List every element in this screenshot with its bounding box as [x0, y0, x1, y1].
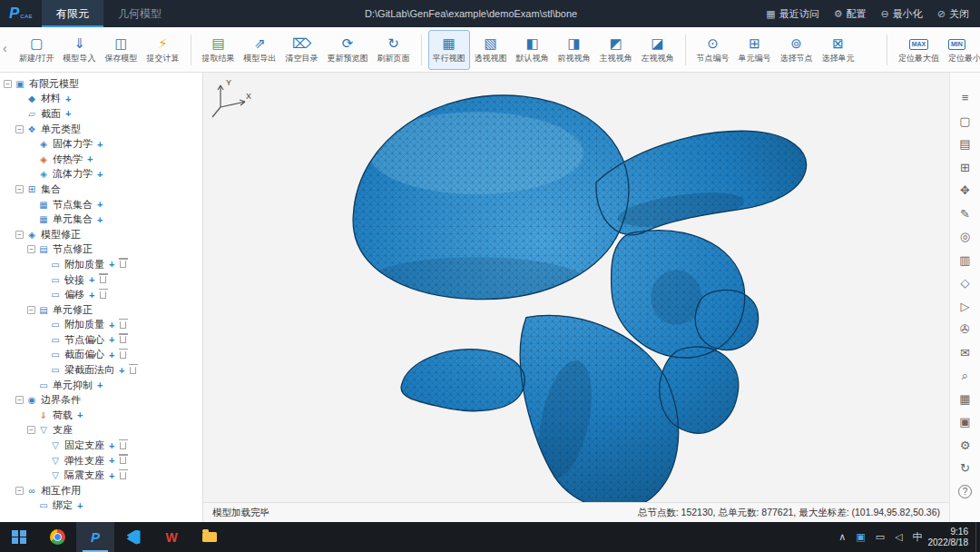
expander-icon[interactable]: − — [15, 396, 24, 404]
tree-node[interactable]: ▽固定支座+ — [0, 438, 202, 453]
tree-node[interactable]: ▭偏移+ — [0, 287, 202, 302]
expander-icon[interactable]: − — [27, 306, 35, 314]
tree-node[interactable]: ▭截面偏心+ — [0, 348, 202, 363]
tree-node[interactable]: ▦单元集合+ — [0, 212, 202, 227]
tree-node[interactable]: ▦节点集合+ — [0, 197, 202, 212]
tree-node[interactable]: ▱截面+ — [0, 106, 202, 122]
viewport[interactable]: Y X — [203, 73, 949, 502]
tree-node[interactable]: ◈传热学+ — [0, 152, 202, 167]
tree-node[interactable]: ▭绑定+ — [0, 498, 202, 514]
tree-node[interactable]: −❖单元类型 — [0, 122, 202, 137]
mail-icon[interactable]: ✉ — [956, 346, 975, 360]
tree-node[interactable]: −⊞集合 — [0, 182, 202, 197]
tree-node[interactable]: ⇓荷载+ — [0, 408, 202, 423]
add-icon[interactable]: + — [119, 365, 124, 376]
run-icon[interactable]: ▷ — [956, 300, 975, 314]
toolbar-button[interactable]: ⚡提交计算 — [142, 30, 184, 70]
explorer-icon[interactable] — [191, 522, 229, 552]
tree-node[interactable]: ▭节点偏心+ — [0, 332, 202, 348]
titlebar-tab[interactable]: 有限元 — [42, 0, 103, 27]
trash-icon[interactable] — [120, 472, 126, 479]
toolbar-button[interactable]: ⌦清空目录 — [281, 30, 323, 70]
tree-node[interactable]: −◉边界条件 — [0, 392, 202, 408]
tree-node[interactable]: ▭铰接+ — [0, 272, 202, 288]
trash-icon[interactable] — [120, 457, 126, 464]
expander-icon[interactable]: − — [15, 185, 24, 193]
toolbar-button[interactable]: ⟳更新预览图 — [323, 30, 373, 70]
trash-icon[interactable] — [100, 291, 106, 299]
edit-pen-icon[interactable]: ✎ — [956, 207, 975, 222]
tree-node[interactable]: ▽弹性支座+ — [0, 453, 202, 468]
printer-icon[interactable]: ▥ — [956, 253, 975, 268]
tray-volume-icon[interactable]: ◁ — [895, 522, 902, 552]
minimize-button[interactable]: ⊖最小化 — [881, 7, 923, 21]
config-button[interactable]: ⚙配置 — [834, 7, 867, 21]
add-icon[interactable]: + — [65, 108, 71, 119]
help-icon[interactable]: ? — [958, 485, 972, 498]
fit-window-icon[interactable]: ▢ — [956, 114, 975, 129]
add-icon[interactable]: + — [87, 153, 93, 164]
expander-icon[interactable]: − — [4, 80, 12, 88]
tree-node[interactable]: −∞相互作用 — [0, 483, 202, 498]
toolbar-button[interactable]: ⊠选择单元 — [818, 30, 859, 70]
tree-node[interactable]: ◆材料+ — [0, 92, 202, 107]
toolbar-button[interactable]: ⊙节点编号 — [692, 30, 734, 70]
bone-model[interactable] — [203, 73, 949, 502]
add-icon[interactable]: + — [77, 409, 83, 420]
add-icon[interactable]: + — [97, 169, 103, 180]
toolbar-button[interactable]: ◫保存模型 — [101, 30, 142, 70]
trash-icon[interactable] — [120, 442, 126, 449]
select-target-icon[interactable]: ◎ — [956, 230, 975, 244]
add-icon[interactable]: + — [109, 455, 114, 466]
add-icon[interactable]: + — [97, 380, 103, 390]
pcae-icon[interactable]: P — [76, 522, 114, 552]
tree-node[interactable]: ▭附加质量+ — [0, 318, 202, 333]
recent-button[interactable]: ▦最近访问 — [766, 7, 818, 21]
toolbar-button[interactable]: ◨前视视角 — [554, 30, 595, 70]
tree-node[interactable]: ▭单元抑制+ — [0, 378, 202, 393]
refresh-icon[interactable]: ↻ — [956, 461, 975, 476]
toolbar-button[interactable]: ◩主视视角 — [595, 30, 637, 70]
tree-node[interactable]: −▤单元修正 — [0, 302, 202, 318]
add-icon[interactable]: + — [97, 214, 103, 225]
toolbar-button[interactable]: ◧默认视角 — [512, 30, 554, 70]
close-button[interactable]: ⊘关闭 — [937, 7, 969, 21]
tree-node[interactable]: ▭梁截面法向+ — [0, 362, 202, 378]
trash-icon[interactable] — [120, 261, 126, 268]
expander-icon[interactable]: − — [15, 231, 24, 239]
paperclip-icon[interactable]: ✇ — [956, 322, 975, 337]
expander-icon[interactable]: − — [15, 487, 24, 495]
pan-hand-icon[interactable]: ✥ — [956, 183, 975, 198]
collapse-toolbar-icon[interactable]: ‹ — [3, 41, 7, 55]
toolbar-button[interactable]: ▢新建/打开 — [15, 30, 59, 70]
tree-node[interactable]: ◈固体力学+ — [0, 136, 202, 152]
tray-chevron-icon[interactable]: ∧ — [838, 522, 846, 552]
menu-icon[interactable]: ≡ — [956, 91, 975, 105]
add-icon[interactable]: + — [77, 500, 83, 511]
report-icon[interactable]: ▣ — [956, 415, 975, 429]
add-icon[interactable]: + — [109, 470, 114, 481]
add-icon[interactable]: + — [109, 440, 114, 451]
toolbar-button[interactable]: MAX定位最大值 — [894, 30, 944, 70]
trash-icon[interactable] — [120, 336, 126, 343]
start-button[interactable] — [0, 522, 38, 552]
toolbar-button[interactable]: ▧透视视图 — [470, 30, 512, 70]
add-icon[interactable]: + — [97, 139, 103, 150]
vscode-icon[interactable] — [114, 522, 152, 552]
toolbar-button[interactable]: ▤提取结果 — [198, 30, 240, 70]
add-icon[interactable]: + — [109, 320, 114, 330]
toolbar-button[interactable]: ⊞单元编号 — [734, 30, 776, 70]
show-desktop-button[interactable] — [975, 522, 980, 552]
expander-icon[interactable]: − — [27, 245, 35, 253]
toolbar-button[interactable]: ▦平行视图 — [428, 30, 470, 70]
search-icon[interactable]: ⌕ — [956, 369, 975, 383]
wps-icon[interactable]: W — [152, 522, 191, 552]
tray-app-icon[interactable]: ▣ — [856, 522, 865, 552]
add-icon[interactable]: + — [65, 94, 71, 104]
trash-icon[interactable] — [120, 351, 126, 359]
toolbar-button[interactable]: ⊚选择节点 — [776, 30, 818, 70]
toolbar-button[interactable]: ↻刷新页面 — [373, 30, 415, 70]
grid-view-icon[interactable]: ⊞ — [956, 161, 975, 175]
toolbar-button[interactable]: ⇓模型导入 — [59, 30, 101, 70]
settings-icon[interactable]: ⚙ — [956, 439, 975, 453]
